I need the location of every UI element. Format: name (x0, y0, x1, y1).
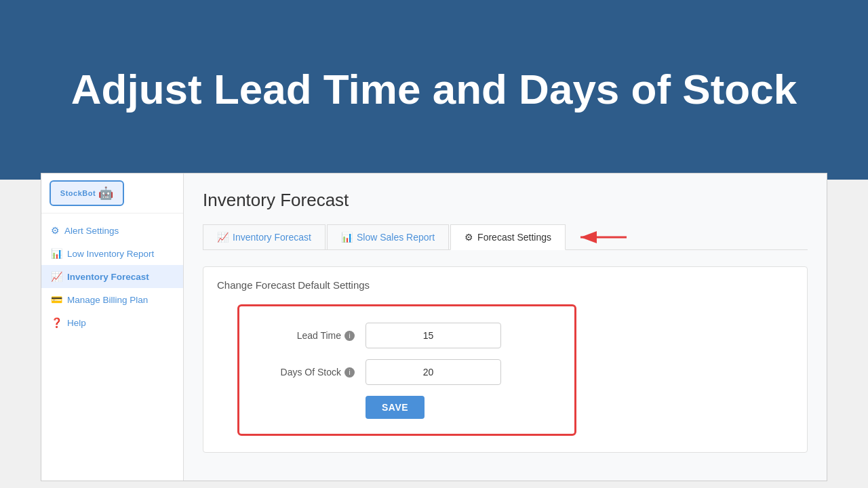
tab-slow-sales-icon: 📊 (341, 232, 353, 243)
page-title: Inventory Forecast (203, 190, 808, 211)
arrow-svg (572, 228, 633, 247)
lead-time-info-icon[interactable]: i (344, 331, 355, 341)
tab-inventory-forecast-icon: 📈 (217, 232, 229, 243)
bar-chart-icon: 📊 (51, 248, 62, 259)
hero-title: Adjust Lead Time and Days of Stock (71, 64, 797, 115)
sidebar-label-inventory-forecast: Inventory Forecast (67, 272, 149, 282)
logo-box[interactable]: StockBot 🤖 (50, 180, 124, 206)
hero-banner: Adjust Lead Time and Days of Stock (0, 0, 868, 180)
app-container: StockBot 🤖 ⚙ Alert Settings 📊 Low Invent… (41, 173, 827, 481)
sidebar-logo: StockBot 🤖 (41, 174, 183, 214)
gear-icon: ⚙ (51, 225, 60, 236)
sidebar-item-manage-billing[interactable]: 💳 Manage Billing Plan (41, 288, 183, 311)
tab-forecast-settings-icon: ⚙ (465, 232, 473, 243)
logo-text: StockBot (60, 189, 96, 197)
sidebar-item-alert-settings[interactable]: ⚙ Alert Settings (41, 219, 183, 242)
days-of-stock-input[interactable] (366, 359, 501, 385)
tab-slow-sales[interactable]: 📊 Slow Sales Report (327, 224, 449, 249)
tab-slow-sales-label: Slow Sales Report (357, 232, 435, 243)
lead-time-label: Lead Time i (260, 330, 355, 341)
sidebar-item-help[interactable]: ❓ Help (41, 311, 183, 334)
help-icon: ❓ (51, 317, 62, 328)
billing-icon: 💳 (51, 294, 62, 305)
sidebar-label-low-inventory: Low Inventory Report (67, 249, 154, 259)
lead-time-row: Lead Time i (260, 323, 554, 348)
sidebar-item-low-inventory[interactable]: 📊 Low Inventory Report (41, 242, 183, 265)
sidebar-label-manage-billing: Manage Billing Plan (67, 295, 148, 305)
days-of-stock-label: Days Of Stock i (260, 367, 355, 378)
form-highlight-box: Lead Time i Days Of Stock i SAVE (237, 304, 576, 436)
panel-title: Change Forecast Default Settings (217, 279, 793, 291)
days-of-stock-row: Days Of Stock i (260, 359, 554, 385)
tabs-container: 📈 Inventory Forecast 📊 Slow Sales Report… (203, 224, 808, 250)
lead-time-input[interactable] (366, 323, 501, 348)
save-button[interactable]: SAVE (366, 396, 425, 419)
sidebar-item-inventory-forecast[interactable]: 📈 Inventory Forecast (41, 265, 183, 288)
tab-inventory-forecast[interactable]: 📈 Inventory Forecast (203, 224, 326, 249)
tab-forecast-settings[interactable]: ⚙ Forecast Settings (450, 224, 566, 250)
line-chart-icon: 📈 (51, 271, 62, 282)
sidebar-nav: ⚙ Alert Settings 📊 Low Inventory Report … (41, 214, 183, 340)
arrow-indicator (572, 228, 633, 247)
sidebar-label-alert-settings: Alert Settings (64, 226, 119, 236)
tab-inventory-forecast-label: Inventory Forecast (233, 232, 311, 243)
logo-icon: 🤖 (98, 186, 113, 201)
main-content: Inventory Forecast 📈 Inventory Forecast … (184, 174, 827, 481)
tab-forecast-settings-label: Forecast Settings (477, 232, 551, 243)
save-button-container: SAVE (260, 396, 554, 419)
sidebar-label-help: Help (67, 318, 86, 328)
sidebar: StockBot 🤖 ⚙ Alert Settings 📊 Low Invent… (41, 174, 184, 481)
settings-panel: Change Forecast Default Settings Lead Ti… (203, 266, 808, 453)
days-of-stock-info-icon[interactable]: i (344, 367, 355, 378)
